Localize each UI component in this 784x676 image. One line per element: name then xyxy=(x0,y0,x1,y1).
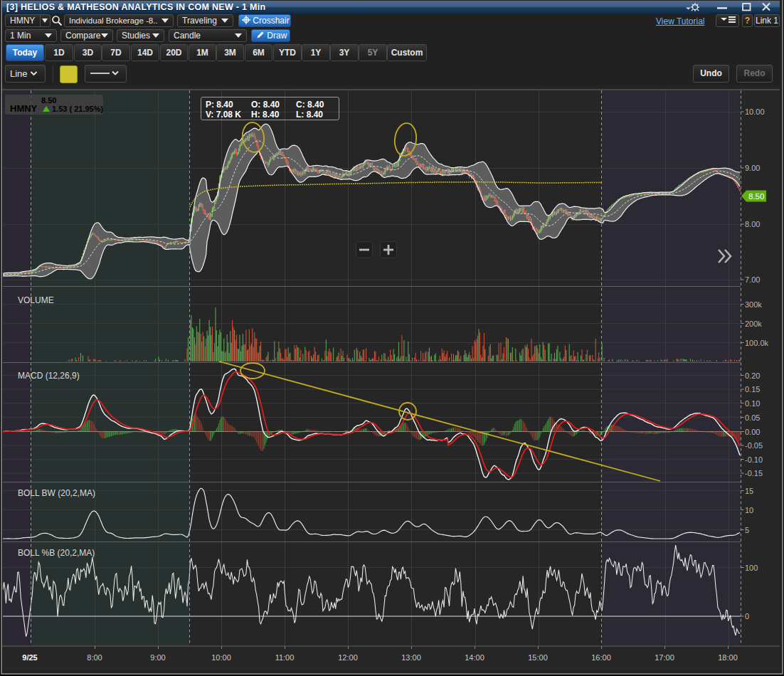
svg-text:9/25: 9/25 xyxy=(22,653,37,662)
svg-text:300k: 300k xyxy=(745,300,762,309)
svg-text:0.20: 0.20 xyxy=(745,371,760,380)
svg-text:0: 0 xyxy=(745,612,749,620)
svg-text:0.10: 0.10 xyxy=(745,399,760,408)
svg-text:8.00: 8.00 xyxy=(745,220,760,228)
svg-text:MACD (12,26,9): MACD (12,26,9) xyxy=(18,371,80,381)
svg-text:12:00: 12:00 xyxy=(338,653,358,662)
svg-text:100: 100 xyxy=(745,564,758,572)
svg-text:100.0k: 100.0k xyxy=(745,339,769,347)
svg-text:15: 15 xyxy=(745,487,753,495)
svg-text:15:00: 15:00 xyxy=(528,653,548,662)
svg-text:7.00: 7.00 xyxy=(745,275,760,284)
svg-text:9:00: 9:00 xyxy=(150,653,165,662)
svg-text:10:00: 10:00 xyxy=(211,653,231,662)
svg-text:0.15: 0.15 xyxy=(745,385,760,394)
svg-text:200k: 200k xyxy=(745,319,762,328)
svg-text:BOLL %B (20,2,MA): BOLL %B (20,2,MA) xyxy=(18,548,95,558)
svg-text:0.00: 0.00 xyxy=(745,428,760,436)
svg-text:10: 10 xyxy=(745,506,753,514)
svg-text:-0.15: -0.15 xyxy=(745,469,763,477)
svg-text:10.00: 10.00 xyxy=(745,107,765,116)
svg-text:-0.10: -0.10 xyxy=(745,455,763,464)
svg-text:14:00: 14:00 xyxy=(465,653,484,662)
svg-text:11:00: 11:00 xyxy=(275,653,295,662)
svg-text:18:00: 18:00 xyxy=(718,653,738,662)
svg-text:0.05: 0.05 xyxy=(745,413,760,422)
svg-text:13:00: 13:00 xyxy=(401,653,421,662)
svg-text:-0.05: -0.05 xyxy=(745,441,763,450)
svg-text:17:00: 17:00 xyxy=(655,653,674,662)
svg-text:8.50: 8.50 xyxy=(748,192,764,201)
svg-text:8:00: 8:00 xyxy=(87,653,102,662)
svg-text:16:00: 16:00 xyxy=(591,653,611,662)
svg-text:BOLL BW (20,2,MA): BOLL BW (20,2,MA) xyxy=(18,488,95,498)
svg-text:VOLUME: VOLUME xyxy=(18,295,54,305)
svg-text:9.00: 9.00 xyxy=(745,164,760,172)
svg-text:5: 5 xyxy=(745,526,749,534)
